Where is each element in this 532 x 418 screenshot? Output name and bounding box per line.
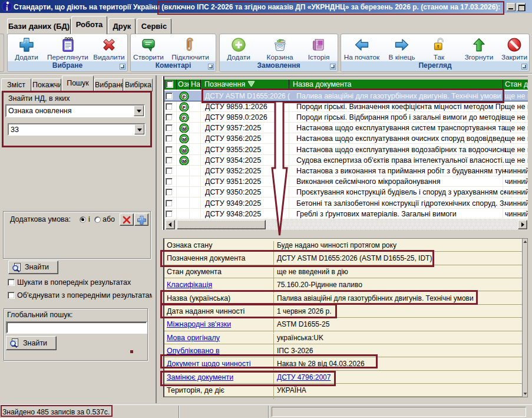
svg-text:M: M xyxy=(182,147,186,153)
svg-text:M: M xyxy=(182,126,186,131)
svg-text:P: P xyxy=(183,115,186,120)
svg-text:M: M xyxy=(182,158,186,163)
svg-text:P: P xyxy=(183,94,186,99)
svg-text:P: P xyxy=(183,104,186,110)
svg-text:M: M xyxy=(182,137,186,142)
